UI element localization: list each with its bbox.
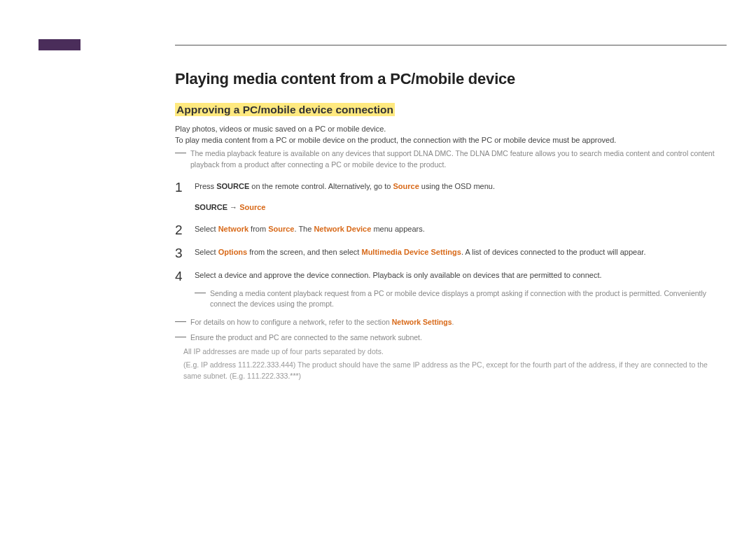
- text: For details on how to configure a networ…: [190, 318, 392, 326]
- text: menu appears.: [371, 225, 424, 233]
- note-ip-line2: (E.g. IP address 111.222.333.444) The pr…: [183, 360, 727, 382]
- text: from: [248, 225, 268, 233]
- step-number: 2: [175, 223, 195, 237]
- text: Select: [195, 248, 218, 256]
- main-content: Playing media content from a PC/mobile d…: [175, 70, 727, 382]
- link-source: Source: [268, 225, 294, 233]
- intro-text-1: Play photos, videos or music saved on a …: [175, 125, 727, 133]
- page-title: Playing media content from a PC/mobile d…: [175, 70, 727, 88]
- text: Select a device and approve the device c…: [195, 271, 602, 279]
- path-arrow: →: [227, 203, 239, 211]
- note-ip-line1: All IP addresses are made up of four par…: [183, 346, 727, 358]
- step-1: 1 Press SOURCE on the remote control. Al…: [175, 181, 727, 213]
- note-dlna: ― The media playback feature is availabl…: [175, 148, 727, 171]
- path-source: SOURCE: [195, 203, 227, 211]
- step-2: 2 Select Network from Source. The Networ…: [175, 223, 727, 237]
- note-subnet: ― Ensure the product and PC are connecte…: [175, 332, 727, 344]
- link-network-settings: Network Settings: [392, 318, 452, 326]
- text: .: [452, 318, 454, 326]
- note-subnet-text: Ensure the product and PC are connected …: [190, 332, 422, 344]
- text: on the remote control. Alternatively, go…: [249, 182, 393, 190]
- section-heading: Approving a PC/mobile device connection: [175, 103, 395, 116]
- step-body: Select Options from the screen, and then…: [195, 246, 727, 260]
- section-heading-wrap: Approving a PC/mobile device connection: [175, 104, 727, 116]
- dash-icon: ―: [175, 317, 186, 328]
- text: using the OSD menu.: [419, 182, 495, 190]
- text: . A list of devices connected to the pro…: [461, 248, 646, 256]
- dash-icon: ―: [175, 148, 186, 171]
- link-network-device: Network Device: [314, 225, 371, 233]
- dash-icon: ―: [195, 288, 206, 311]
- step-body: Select a device and approve the device c…: [195, 269, 727, 283]
- note-configure-text: For details on how to configure a networ…: [190, 317, 454, 328]
- menu-path: SOURCE → Source: [195, 202, 727, 213]
- note-sending-text: Sending a media content playback request…: [210, 288, 727, 311]
- link-network: Network: [218, 225, 248, 233]
- text: Press: [195, 182, 216, 190]
- path-source-link: Source: [239, 203, 265, 211]
- note-sending: ― Sending a media content playback reque…: [195, 288, 727, 311]
- text: Select: [195, 225, 218, 233]
- link-source: Source: [393, 182, 419, 190]
- link-options: Options: [218, 248, 248, 256]
- step-number: 4: [175, 269, 195, 283]
- intro-text-2: To play media content from a PC or mobil…: [175, 136, 727, 144]
- step-3: 3 Select Options from the screen, and th…: [175, 246, 727, 260]
- note-dlna-text: The media playback feature is available …: [190, 148, 727, 171]
- bold-source: SOURCE: [216, 182, 249, 190]
- top-rule: [175, 45, 727, 45]
- dash-icon: ―: [175, 332, 186, 344]
- step-number: 1: [175, 181, 195, 213]
- step-body: Select Network from Source. The Network …: [195, 223, 727, 237]
- note-configure-network: ― For details on how to configure a netw…: [175, 317, 727, 328]
- step-number: 3: [175, 246, 195, 260]
- link-multimedia-settings: Multimedia Device Settings: [361, 248, 461, 256]
- side-accent-bar: [38, 39, 80, 50]
- step-4: 4 Select a device and approve the device…: [175, 269, 727, 283]
- text: from the screen, and then select: [247, 248, 361, 256]
- text: . The: [294, 225, 314, 233]
- step-body: Press SOURCE on the remote control. Alte…: [195, 181, 727, 213]
